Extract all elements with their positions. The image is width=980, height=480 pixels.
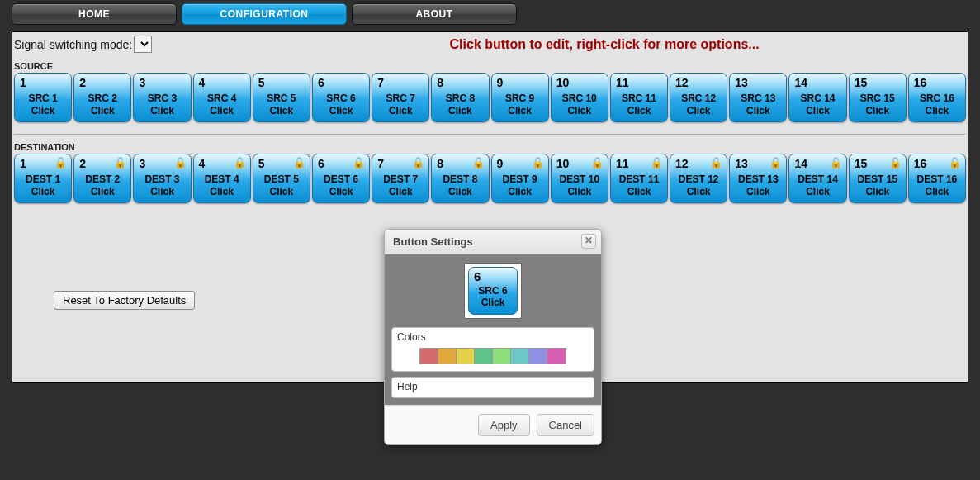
source-button[interactable]: 1SRC 1Click: [14, 73, 72, 122]
preview-button[interactable]: 6 SRC 6 Click: [468, 267, 518, 315]
source-button[interactable]: 13SRC 13Click: [729, 73, 787, 122]
button-name: SRC 6: [313, 93, 369, 104]
source-row: 1SRC 1Click2SRC 2Click3SRC 3Click4SRC 4C…: [12, 73, 968, 127]
button-number: 1: [20, 157, 26, 170]
button-number: 13: [735, 76, 748, 89]
destination-button[interactable]: 13🔓DEST 13Click: [729, 154, 787, 203]
source-button[interactable]: 7SRC 7Click: [372, 73, 429, 122]
button-number: 14: [794, 157, 807, 170]
destination-button[interactable]: 16🔓DEST 16Click: [908, 154, 966, 203]
button-click-label: Click: [74, 105, 130, 116]
destination-button[interactable]: 8🔓DEST 8Click: [431, 154, 489, 203]
nav-configuration[interactable]: CONFIGURATION: [182, 3, 347, 25]
color-swatch[interactable]: [457, 349, 475, 364]
button-number: 11: [616, 76, 629, 89]
destination-button[interactable]: 14🔓DEST 14Click: [788, 154, 846, 203]
source-button[interactable]: 14SRC 14Click: [788, 73, 846, 122]
source-button[interactable]: 4SRC 4Click: [193, 73, 251, 122]
destination-button[interactable]: 9🔓DEST 9Click: [491, 154, 549, 203]
button-click-label: Click: [789, 105, 845, 116]
button-name: SRC 2: [74, 93, 130, 104]
color-swatch[interactable]: [420, 349, 438, 364]
source-button[interactable]: 12SRC 12Click: [670, 73, 727, 122]
dialog-close-button[interactable]: ✕: [581, 234, 596, 249]
destination-button[interactable]: 15🔓DEST 15Click: [849, 154, 907, 203]
button-name: DEST 11: [611, 173, 667, 185]
destination-button[interactable]: 6🔓DEST 6Click: [312, 154, 370, 203]
nav-home[interactable]: HOME: [12, 3, 177, 25]
color-swatch[interactable]: [529, 349, 547, 364]
unlock-icon: 🔓: [412, 157, 424, 169]
source-button[interactable]: 3SRC 3Click: [133, 73, 191, 122]
button-number: 1: [20, 76, 26, 89]
button-name: DEST 5: [253, 173, 310, 185]
apply-button[interactable]: Apply: [478, 414, 530, 436]
dialog-title[interactable]: Button Settings ✕: [385, 230, 601, 254]
source-section-label: SOURCE: [12, 61, 968, 73]
button-name: SRC 14: [789, 93, 845, 104]
button-click-label: Click: [15, 186, 71, 197]
button-click-label: Click: [909, 186, 965, 197]
destination-button[interactable]: 5🔓DEST 5Click: [253, 154, 310, 203]
source-button[interactable]: 8SRC 8Click: [431, 73, 489, 122]
button-click-label: Click: [313, 186, 369, 197]
destination-button[interactable]: 7🔓DEST 7Click: [372, 154, 429, 203]
unlock-icon: 🔓: [234, 157, 246, 169]
destination-button[interactable]: 1🔓DEST 1Click: [14, 154, 72, 203]
mode-select[interactable]: [134, 36, 152, 53]
button-name: DEST 10: [552, 173, 608, 185]
color-swatch[interactable]: [547, 349, 566, 364]
button-click-label: Click: [372, 105, 428, 116]
destination-button[interactable]: 10🔓DEST 10Click: [551, 154, 608, 203]
reset-factory-button[interactable]: Reset To Factory Defaults: [54, 291, 195, 310]
button-click-label: Click: [313, 105, 369, 116]
destination-button[interactable]: 3🔓DEST 3Click: [133, 154, 191, 203]
cancel-button[interactable]: Cancel: [537, 414, 594, 436]
button-click-label: Click: [670, 105, 727, 116]
destination-button[interactable]: 12🔓DEST 12Click: [670, 154, 727, 203]
destination-row: 1🔓DEST 1Click2🔓DEST 2Click3🔓DEST 3Click4…: [12, 154, 968, 208]
nav-about[interactable]: ABOUT: [352, 3, 517, 25]
destination-button[interactable]: 4🔓DEST 4Click: [193, 154, 251, 203]
top-nav: HOME CONFIGURATION ABOUT: [0, 0, 980, 28]
help-group[interactable]: Help: [391, 377, 594, 398]
source-button[interactable]: 2SRC 2Click: [73, 73, 131, 122]
color-swatch[interactable]: [438, 349, 457, 364]
button-name: DEST 3: [134, 173, 190, 185]
source-button[interactable]: 11SRC 11Click: [610, 73, 668, 122]
button-click-label: Click: [372, 186, 428, 197]
button-number: 15: [855, 157, 868, 170]
button-number: 2: [79, 157, 86, 170]
unlock-icon: 🔓: [889, 157, 902, 169]
button-click-label: Click: [789, 186, 845, 197]
button-name: SRC 5: [253, 93, 310, 104]
source-button[interactable]: 10SRC 10Click: [551, 73, 608, 122]
unlock-icon: 🔓: [651, 157, 663, 169]
color-swatch[interactable]: [493, 349, 511, 364]
color-swatch[interactable]: [511, 349, 529, 364]
button-name: DEST 9: [492, 173, 548, 185]
source-button[interactable]: 16SRC 16Click: [908, 73, 966, 122]
unlock-icon: 🔓: [174, 157, 187, 169]
source-button[interactable]: 15SRC 15Click: [849, 73, 907, 122]
button-click-label: Click: [134, 105, 190, 116]
button-click-label: Click: [74, 186, 130, 197]
button-name: DEST 1: [15, 173, 71, 185]
button-number: 8: [437, 76, 443, 89]
color-swatch[interactable]: [475, 349, 493, 364]
dialog-title-text: Button Settings: [393, 235, 473, 248]
button-name: SRC 1: [15, 93, 71, 104]
colors-group: Colors: [391, 327, 594, 372]
destination-button[interactable]: 2🔓DEST 2Click: [73, 154, 131, 203]
source-button[interactable]: 5SRC 5Click: [253, 73, 310, 122]
button-number: 9: [497, 157, 504, 170]
source-button[interactable]: 6SRC 6Click: [312, 73, 370, 122]
preview-click: Click: [469, 297, 517, 308]
button-number: 8: [437, 157, 443, 170]
source-button[interactable]: 9SRC 9Click: [491, 73, 549, 122]
button-number: 2: [79, 76, 86, 89]
button-number: 7: [377, 76, 384, 89]
button-click-label: Click: [850, 105, 906, 116]
destination-button[interactable]: 11🔓DEST 11Click: [610, 154, 668, 203]
button-number: 10: [556, 157, 570, 170]
